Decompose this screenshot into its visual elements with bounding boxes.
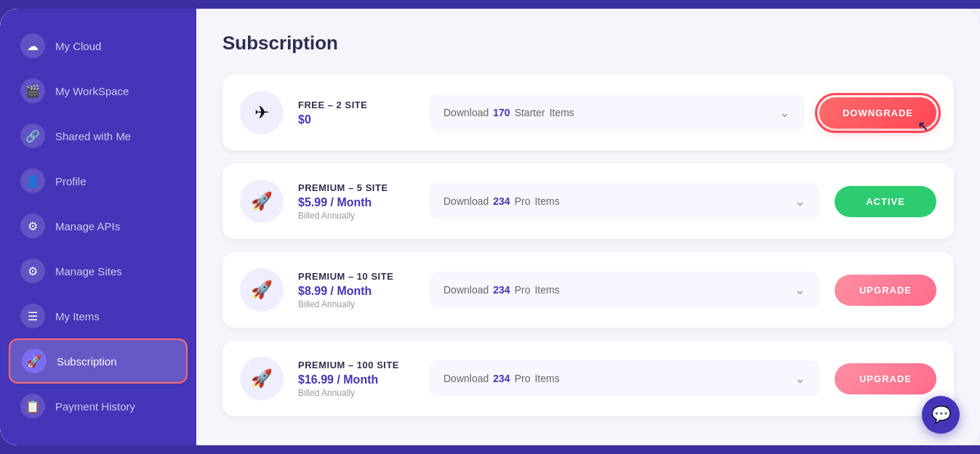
plan-card-premium-5-site: 🚀 PREMIUM – 5 SITE $5.99 / Month Billed … [222,163,954,239]
nav-label-profile: Profile [55,175,87,187]
plan-button-premium-5-site[interactable]: ACTIVE [835,186,936,217]
chat-icon: 💬 [931,405,951,424]
sidebar-item-my-cloud[interactable]: ☁ My Cloud [0,23,196,68]
plan-download-label-premium-100-site: Download [443,373,489,384]
nav-label-payment-history: Payment History [55,400,135,413]
plan-price-free-2-site: $0 [298,113,414,126]
sidebar-item-shared-with-me[interactable]: 🔗 Shared with Me [0,113,196,158]
plan-download-count-premium-10-site: 234 [493,284,510,296]
plan-button-premium-10-site[interactable]: UPGRADE [835,275,936,306]
nav-label-subscription: Subscription [57,355,117,368]
plan-card-free-2-site: ✈ FREE – 2 SITE $0 Download 170 Starter … [222,75,954,150]
page-title: Subscription [222,32,954,54]
plan-download-premium-100-site: Download 234 Pro Items ⌄ [429,360,820,397]
plan-card-premium-10-site: 🚀 PREMIUM – 10 SITE $8.99 / Month Billed… [222,252,954,328]
plan-download-items-premium-100-site: Items [534,373,559,384]
left-nav: ☁ My Cloud 🎬 My WorkSpace 🔗 Shared with … [0,9,196,445]
plan-billing-premium-5-site: Billed Annually [298,211,414,221]
plans-container: ✈ FREE – 2 SITE $0 Download 170 Starter … [222,75,954,416]
sidebar-item-payment-history[interactable]: 📋 Payment History [0,384,196,429]
sidebar-item-subscription[interactable]: 🚀 Subscription [9,339,188,384]
main-wrapper: ☁ My Cloud 🎬 My WorkSpace 🔗 Shared with … [0,9,980,445]
nav-icon-my-items: ☰ [20,304,45,328]
plan-name-premium-10-site: PREMIUM – 10 SITE [298,271,414,282]
nav-label-manage-apis: Manage APIs [55,220,120,232]
nav-label-my-cloud: My Cloud [55,40,101,52]
nav-icon-subscription: 🚀 [22,349,47,373]
plan-icon-premium-100-site: 🚀 [240,357,284,400]
plan-download-type-premium-100-site: Pro [515,373,531,384]
plan-info-premium-100-site: PREMIUM – 100 SITE $16.99 / Month Billed… [298,360,414,398]
content-area: Subscription ✈ FREE – 2 SITE $0 Download… [196,9,980,445]
nav-icon-payment-history: 📋 [20,394,45,418]
plan-download-label-premium-5-site: Download [443,195,489,207]
plan-price-premium-10-site: $8.99 / Month [298,285,414,298]
nav-icon-my-cloud: ☁ [20,33,45,58]
nav-label-shared-with-me: Shared with Me [55,130,131,142]
sidebar-item-manage-sites[interactable]: ⚙ Manage Sites [0,248,196,293]
plan-name-free-2-site: FREE – 2 SITE [298,100,414,110]
sidebar-item-my-workspace[interactable]: 🎬 My WorkSpace [0,68,196,113]
sidebar-item-my-items[interactable]: ☰ My Items [0,293,196,339]
plan-download-text-premium-100-site: Download 234 Pro Items [443,373,560,384]
plan-download-count-premium-5-site: 234 [493,195,510,207]
plan-billing-premium-10-site: Billed Annually [298,299,414,309]
nav-icon-manage-apis: ⚙ [20,214,45,238]
plan-billing-premium-100-site: Billed Annually [298,388,414,398]
plan-download-text-premium-10-site: Download 234 Pro Items [443,284,560,296]
chat-bubble[interactable]: 💬 [922,396,960,434]
plan-download-items-free-2-site: Items [550,107,574,118]
chevron-icon-premium-100-site[interactable]: ⌄ [795,370,806,386]
plan-name-premium-5-site: PREMIUM – 5 SITE [298,182,414,193]
chevron-icon-premium-5-site[interactable]: ⌄ [795,193,806,209]
plan-price-premium-5-site: $5.99 / Month [298,196,414,209]
chevron-icon-premium-10-site[interactable]: ⌄ [795,282,806,298]
plan-download-type-premium-10-site: Pro [515,284,531,296]
plan-icon-premium-5-site: 🚀 [240,179,284,223]
plan-info-premium-10-site: PREMIUM – 10 SITE $8.99 / Month Billed A… [298,271,414,309]
plan-name-premium-100-site: PREMIUM – 100 SITE [298,360,414,370]
plan-icon-free-2-site: ✈ [240,91,284,134]
plan-download-premium-5-site: Download 234 Pro Items ⌄ [429,183,820,219]
plan-download-free-2-site: Download 170 Starter Items ⌄ [429,94,805,131]
plan-card-premium-100-site: 🚀 PREMIUM – 100 SITE $16.99 / Month Bill… [222,341,954,416]
nav-icon-profile: 👤 [20,169,45,193]
plan-price-premium-100-site: $16.99 / Month [298,373,414,386]
plan-download-count-premium-100-site: 234 [493,373,510,384]
plan-download-label-free-2-site: Download [443,107,489,118]
plan-info-free-2-site: FREE – 2 SITE $0 [298,100,414,126]
plan-download-premium-10-site: Download 234 Pro Items ⌄ [429,272,820,308]
nav-icon-shared-with-me: 🔗 [20,123,45,148]
plan-download-items-premium-5-site: Items [534,195,559,207]
plan-button-premium-100-site[interactable]: UPGRADE [835,363,936,394]
plan-download-type-free-2-site: Starter [515,107,545,118]
plan-info-premium-5-site: PREMIUM – 5 SITE $5.99 / Month Billed An… [298,182,414,221]
plan-download-count-free-2-site: 170 [493,107,510,118]
plan-icon-premium-10-site: 🚀 [240,268,284,312]
plan-download-type-premium-5-site: Pro [515,195,531,207]
sidebar-item-profile[interactable]: 👤 Profile [0,158,196,203]
nav-label-my-items: My Items [55,310,100,323]
plan-download-label-premium-10-site: Download [443,284,489,296]
sidebar-item-manage-apis[interactable]: ⚙ Manage APIs [0,203,196,248]
plan-download-items-premium-10-site: Items [534,284,559,296]
nav-icon-manage-sites: ⚙ [20,259,45,283]
chevron-icon-free-2-site[interactable]: ⌄ [779,105,790,121]
plan-button-free-2-site[interactable]: DOWNGRADE [819,97,936,129]
nav-icon-my-workspace: 🎬 [20,78,45,103]
nav-label-my-workspace: My WorkSpace [55,85,129,97]
plan-download-text-free-2-site: Download 170 Starter Items [443,107,574,118]
plan-download-text-premium-5-site: Download 234 Pro Items [443,195,560,207]
nav-label-manage-sites: Manage Sites [55,265,122,277]
